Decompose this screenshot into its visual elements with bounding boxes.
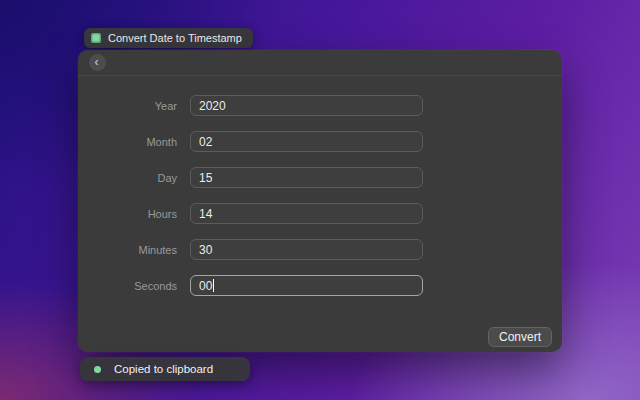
- extension-square-icon: [91, 33, 101, 43]
- text-caret: [213, 279, 214, 292]
- launcher-badge-label: Convert Date to Timestamp: [108, 32, 242, 44]
- minutes-label: Minutes: [78, 244, 190, 256]
- day-label: Day: [78, 172, 190, 184]
- seconds-label: Seconds: [78, 280, 190, 292]
- form-row-month: Month: [78, 131, 562, 152]
- form-row-seconds: Seconds: [78, 275, 562, 296]
- year-label: Year: [78, 100, 190, 112]
- minutes-field[interactable]: [190, 239, 423, 260]
- hours-label: Hours: [78, 208, 190, 220]
- year-field[interactable]: [190, 95, 423, 116]
- form-row-day: Day: [78, 167, 562, 188]
- month-field[interactable]: [190, 131, 423, 152]
- form-row-minutes: Minutes: [78, 239, 562, 260]
- chevron-left-icon: ‹: [95, 55, 99, 70]
- copied-toast: Copied to clipboard: [80, 357, 250, 381]
- toast-label: Copied to clipboard: [114, 363, 213, 375]
- window-header: ‹: [78, 50, 562, 76]
- launcher-badge[interactable]: Convert Date to Timestamp: [84, 28, 253, 48]
- day-field[interactable]: [190, 167, 423, 188]
- back-button[interactable]: ‹: [89, 54, 106, 71]
- green-dot-icon: [94, 366, 101, 373]
- seconds-field[interactable]: [190, 275, 423, 296]
- form-row-hours: Hours: [78, 203, 562, 224]
- convert-button[interactable]: Convert: [488, 327, 552, 347]
- form-row-year: Year: [78, 95, 562, 116]
- convert-date-window: ‹ Year Month Day Hours: [78, 50, 562, 352]
- date-form: Year Month Day Hours Minutes: [78, 76, 562, 296]
- month-label: Month: [78, 136, 190, 148]
- hours-field[interactable]: [190, 203, 423, 224]
